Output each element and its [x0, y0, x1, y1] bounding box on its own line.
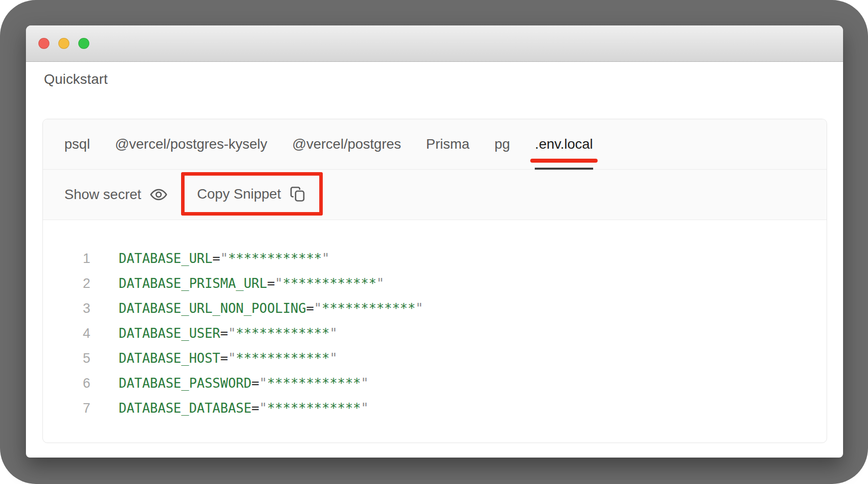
code-text: DATABASE_URL_NON_POOLING="************": [119, 301, 424, 316]
code-line: 1 DATABASE_URL="************": [43, 246, 827, 271]
code-text: DATABASE_USER="************": [119, 326, 337, 341]
code-text: DATABASE_HOST="************": [119, 351, 337, 366]
line-number: 5: [43, 351, 90, 366]
line-number: 3: [43, 301, 90, 316]
outer-gray-frame: Quickstart psql @vercel/postgres-kysely …: [0, 0, 868, 484]
line-number: 2: [43, 276, 90, 291]
minimize-button[interactable]: [58, 38, 69, 49]
page-title: Quickstart: [44, 71, 108, 87]
line-number: 1: [43, 251, 90, 266]
code-line: 4 DATABASE_USER="************": [43, 321, 827, 346]
code-text: DATABASE_PRISMA_URL="************": [119, 276, 384, 291]
copy-icon: [289, 185, 307, 203]
code-block: 1 DATABASE_URL="************" 2 DATABASE…: [43, 220, 827, 421]
close-button[interactable]: [38, 38, 49, 49]
code-line: 3 DATABASE_URL_NON_POOLING="************…: [43, 296, 827, 321]
line-number: 7: [43, 401, 90, 416]
window-titlebar: [26, 25, 843, 62]
code-line: 2 DATABASE_PRISMA_URL="************": [43, 271, 827, 296]
tab-prisma[interactable]: Prisma: [426, 119, 469, 169]
maximize-button[interactable]: [78, 38, 89, 49]
app-window: Quickstart psql @vercel/postgres-kysely …: [26, 25, 843, 458]
screenshot-stage: Quickstart psql @vercel/postgres-kysely …: [0, 0, 868, 484]
show-secret-label: Show secret: [64, 187, 141, 203]
code-line: 5 DATABASE_HOST="************": [43, 346, 827, 371]
tab-psql[interactable]: psql: [64, 119, 90, 169]
tab-bar: psql @vercel/postgres-kysely @vercel/pos…: [43, 119, 827, 170]
tab-pg[interactable]: pg: [494, 119, 510, 169]
tab-env-local[interactable]: .env.local: [535, 119, 593, 169]
copy-snippet-button[interactable]: Copy Snippet: [197, 185, 307, 203]
code-line: 6 DATABASE_PASSWORD="************": [43, 371, 827, 396]
code-text: DATABASE_PASSWORD="************": [119, 376, 369, 391]
line-number: 4: [43, 326, 90, 341]
code-line: 7 DATABASE_DATABASE="************": [43, 396, 827, 421]
snippet-toolbar: Show secret Copy Snippet: [43, 170, 827, 220]
code-text: DATABASE_DATABASE="************": [119, 401, 369, 416]
quickstart-snippet-panel: psql @vercel/postgres-kysely @vercel/pos…: [42, 119, 827, 443]
active-tab-indicator: [535, 168, 593, 170]
copy-snippet-annotation-box: Copy Snippet: [181, 172, 323, 216]
copy-snippet-label: Copy Snippet: [197, 186, 281, 202]
code-text: DATABASE_URL="************": [119, 251, 330, 266]
tab-vercel-postgres-kysely[interactable]: @vercel/postgres-kysely: [115, 119, 267, 169]
show-secret-button[interactable]: Show secret: [64, 185, 168, 204]
tab-env-local-label: .env.local: [535, 136, 593, 152]
red-underline-annotation: [530, 159, 597, 163]
eye-icon: [149, 185, 168, 204]
line-number: 6: [43, 376, 90, 391]
tab-vercel-postgres[interactable]: @vercel/postgres: [292, 119, 401, 169]
